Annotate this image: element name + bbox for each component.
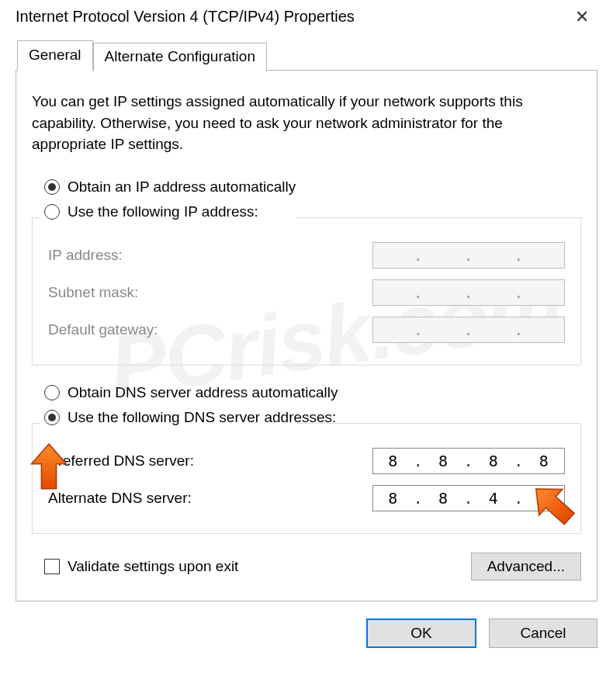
tab-alternate-configuration[interactable]: Alternate Configuration <box>93 43 267 71</box>
radio-row-obtain-ip-auto[interactable]: Obtain an IP address automatically <box>44 178 581 196</box>
label-preferred-dns: Preferred DNS server: <box>48 452 194 470</box>
preferred-dns-octet-2[interactable]: 8 <box>424 452 464 470</box>
preferred-dns-octet-3[interactable]: 8 <box>474 452 514 470</box>
tab-general[interactable]: General <box>17 40 93 71</box>
input-subnet: . . . <box>372 279 565 306</box>
preferred-dns-octet-1[interactable]: 8 <box>373 452 414 470</box>
alternate-dns-octet-4[interactable]: 4 <box>524 489 564 508</box>
close-icon[interactable]: ✕ <box>566 9 597 26</box>
field-row-preferred-dns: Preferred DNS server: 8. 8. 8. 8 <box>48 448 565 474</box>
window-title: Internet Protocol Version 4 (TCP/IPv4) P… <box>16 8 355 26</box>
radio-obtain-ip-auto[interactable] <box>44 179 60 195</box>
radio-row-obtain-dns-auto[interactable]: Obtain DNS server address automatically <box>44 384 581 401</box>
alternate-dns-octet-2[interactable]: 8 <box>424 489 464 508</box>
advanced-button[interactable]: Advanced... <box>471 553 581 580</box>
tab-panel-general: PCrisk.com You can get IP settings assig… <box>16 70 597 601</box>
field-row-gateway: Default gateway: . . . <box>48 317 565 343</box>
radio-label-obtain-ip-auto: Obtain an IP address automatically <box>68 178 296 196</box>
tab-strip: General Alternate Configuration <box>17 40 613 70</box>
field-row-alternate-dns: Alternate DNS server: 8. 8. 4. 4 <box>48 485 565 511</box>
dns-fields-group: Preferred DNS server: 8. 8. 8. 8 Alterna… <box>32 423 581 534</box>
field-row-ip-address: IP address: . . . <box>48 242 565 269</box>
alternate-dns-octet-1[interactable]: 8 <box>373 489 414 508</box>
checkbox-row-validate[interactable]: Validate settings upon exit <box>44 558 238 575</box>
input-preferred-dns[interactable]: 8. 8. 8. 8 <box>372 448 565 474</box>
dialog-buttons: OK Cancel <box>0 601 613 648</box>
input-ip-address: . . . <box>372 242 565 269</box>
ip-fields-group: IP address: . . . Subnet mask: . . . Def… <box>32 217 581 366</box>
radio-label-obtain-dns-auto: Obtain DNS server address automatically <box>68 384 338 401</box>
cancel-button[interactable]: Cancel <box>489 619 597 648</box>
field-row-subnet: Subnet mask: . . . <box>48 279 565 306</box>
ok-button[interactable]: OK <box>366 619 476 648</box>
description-text: You can get IP settings assigned automat… <box>32 91 581 155</box>
label-alternate-dns: Alternate DNS server: <box>48 490 192 507</box>
bottom-row: Validate settings upon exit Advanced... <box>44 553 581 580</box>
alternate-dns-octet-3[interactable]: 4 <box>474 489 514 508</box>
input-gateway: . . . <box>372 317 565 343</box>
checkbox-validate[interactable] <box>44 559 60 574</box>
input-alternate-dns[interactable]: 8. 8. 4. 4 <box>372 485 565 511</box>
titlebar: Internet Protocol Version 4 (TCP/IPv4) P… <box>0 0 613 33</box>
label-subnet: Subnet mask: <box>48 284 138 301</box>
preferred-dns-octet-4[interactable]: 8 <box>524 452 564 470</box>
label-ip-address: IP address: <box>48 247 123 264</box>
label-validate: Validate settings upon exit <box>68 558 238 575</box>
radio-obtain-dns-auto[interactable] <box>44 385 60 400</box>
label-gateway: Default gateway: <box>48 321 158 338</box>
